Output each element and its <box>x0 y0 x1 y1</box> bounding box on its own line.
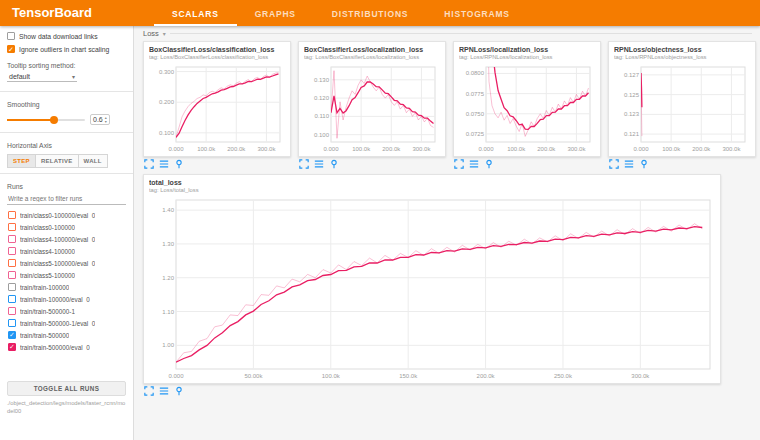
pin-icon[interactable] <box>329 159 339 169</box>
run-checkbox[interactable] <box>8 283 16 291</box>
expand-icon[interactable] <box>299 159 309 169</box>
divider <box>0 132 133 133</box>
run-item[interactable]: ✓ train/train-500000/eval_0 <box>7 341 126 353</box>
svg-text:50.00k: 50.00k <box>244 373 263 379</box>
axis-step-button[interactable]: STEP <box>7 154 36 168</box>
ignore-outliers-checkbox[interactable]: ✓ Ignore outliers in chart scaling <box>7 45 126 53</box>
tab-distributions[interactable]: DISTRIBUTIONS <box>314 0 427 26</box>
pin-icon[interactable] <box>639 159 649 169</box>
pin-icon[interactable] <box>174 386 184 396</box>
svg-text:0.000: 0.000 <box>168 373 184 379</box>
svg-text:0.000: 0.000 <box>478 146 494 152</box>
run-checkbox[interactable] <box>8 259 16 267</box>
pin-icon[interactable] <box>174 159 184 169</box>
svg-text:250.0k: 250.0k <box>554 373 573 379</box>
run-item[interactable]: train/class0-100000/eval_0 <box>7 209 126 221</box>
run-checkbox[interactable]: ✓ <box>8 331 16 339</box>
run-checkbox[interactable] <box>8 295 16 303</box>
chart-canvas[interactable]: 0.1000.1100.1200.1300.000100.0k200.0k300… <box>304 62 440 154</box>
run-item[interactable]: train/class4-100000/eval_0 <box>7 233 126 245</box>
expand-icon[interactable] <box>144 386 154 396</box>
run-checkbox[interactable]: ✓ <box>8 343 16 351</box>
chart-canvas[interactable]: 0.1000.2000.3000.000100.0k200.0k300.0k <box>149 62 285 154</box>
run-checkbox[interactable] <box>8 319 16 327</box>
run-checkbox[interactable] <box>8 223 16 231</box>
spinner-arrows-icon[interactable]: ▴▾ <box>105 116 107 123</box>
axis-relative-button[interactable]: RELATIVE <box>36 154 79 168</box>
loss-section-header[interactable]: Loss ▾ <box>143 29 752 38</box>
expand-icon[interactable] <box>144 159 154 169</box>
svg-text:0.0775: 0.0775 <box>466 91 485 97</box>
chart-block-objectness-loss: RPNLoss/objectness_loss tag: Loss/RPNLos… <box>608 41 756 170</box>
svg-text:300.0k: 300.0k <box>631 373 650 379</box>
chart-block-rpn-localization-loss: RPNLoss/localization_loss tag: Loss/RPNL… <box>453 41 601 170</box>
chart-card: total_loss tag: Loss/total_loss 1.001.10… <box>143 174 721 384</box>
axis-wall-button[interactable]: WALL <box>79 154 108 168</box>
run-item[interactable]: ✓ train/train-500000 <box>7 329 126 341</box>
chart-canvas[interactable]: 1.001.101.201.301.400.00050.00k100.0k150… <box>149 195 715 381</box>
chart-tag: tag: Loss/total_loss <box>149 187 715 193</box>
svg-text:0.000: 0.000 <box>168 146 184 152</box>
chart-toolbar <box>608 157 756 170</box>
run-item[interactable]: train/class5-100000/eval_0 <box>7 257 126 269</box>
svg-text:1.30: 1.30 <box>162 241 174 247</box>
run-checkbox[interactable] <box>8 247 16 255</box>
chart-title: total_loss <box>149 179 715 186</box>
checkbox-icon[interactable] <box>7 32 15 40</box>
checkbox-icon[interactable]: ✓ <box>7 45 15 53</box>
smoothing-value-input[interactable]: 0.6 ▴▾ <box>90 114 110 125</box>
pin-icon[interactable] <box>484 159 494 169</box>
run-item[interactable]: train/train-100000/eval_0 <box>7 293 126 305</box>
run-item[interactable]: train/class5-100000 <box>7 269 126 281</box>
horizontal-axis-label: Horizontal Axis <box>7 142 126 149</box>
show-download-links-checkbox[interactable]: Show data download links <box>7 32 126 40</box>
run-checkbox[interactable] <box>8 307 16 315</box>
svg-text:100.0k: 100.0k <box>507 146 526 152</box>
run-item[interactable]: train/class4-100000 <box>7 245 126 257</box>
tab-scalars[interactable]: SCALARS <box>154 0 237 26</box>
expand-icon[interactable] <box>609 159 619 169</box>
checkbox-label: Show data download links <box>19 33 98 40</box>
slider-thumb[interactable] <box>50 116 58 124</box>
svg-text:200.0k: 200.0k <box>227 146 246 152</box>
run-selector-icon[interactable] <box>314 159 324 169</box>
tooltip-sort-dropdown[interactable]: default ▾ <box>7 72 77 82</box>
expand-icon[interactable] <box>454 159 464 169</box>
run-item[interactable]: train/train-100000 <box>7 281 126 293</box>
run-item[interactable]: train/train-500000-1/eval_0 <box>7 317 126 329</box>
chart-canvas[interactable]: 0.07250.07500.07750.08000.000100.0k200.0… <box>459 62 595 154</box>
divider <box>0 91 133 92</box>
run-label: train/train-100000 <box>20 284 69 291</box>
toggle-all-runs-button[interactable]: TOGGLE ALL RUNS <box>7 381 126 396</box>
run-selector-icon[interactable] <box>469 159 479 169</box>
run-selector-icon[interactable] <box>159 159 169 169</box>
chart-tag: tag: Loss/BoxClassifierLoss/localization… <box>304 54 440 60</box>
scalars-dashboard: Loss ▾ BoxClassifierLoss/classification_… <box>134 26 760 440</box>
run-selector-icon[interactable] <box>159 386 169 396</box>
chart-card: BoxClassifierLoss/localization_loss tag:… <box>298 41 446 157</box>
run-checkbox[interactable] <box>8 211 16 219</box>
tab-graphs[interactable]: GRAPHS <box>237 0 314 26</box>
svg-text:0.300: 0.300 <box>159 69 175 75</box>
chart-card: RPNLoss/localization_loss tag: Loss/RPNL… <box>453 41 601 157</box>
runs-list[interactable]: train/class0-100000/eval_0 train/class0-… <box>7 209 126 377</box>
small-charts-row: BoxClassifierLoss/classification_loss ta… <box>143 41 752 170</box>
run-item[interactable]: train/class0-100000 <box>7 221 126 233</box>
horizontal-axis-buttons: STEP RELATIVE WALL <box>7 154 126 168</box>
run-checkbox[interactable] <box>8 235 16 243</box>
chart-block-total-loss: total_loss tag: Loss/total_loss 1.001.10… <box>143 174 752 397</box>
runs-filter-input[interactable] <box>7 193 126 205</box>
chart-canvas[interactable]: 0.1210.1230.1250.1270.000100.0k200.0k300… <box>614 62 750 154</box>
chart-toolbar <box>298 157 446 170</box>
run-checkbox[interactable] <box>8 271 16 279</box>
smoothing-slider[interactable] <box>7 119 85 121</box>
chart-toolbar <box>453 157 601 170</box>
smoothing-value: 0.6 <box>93 116 103 123</box>
slider-fill <box>7 119 54 121</box>
run-selector-icon[interactable] <box>624 159 634 169</box>
tab-histograms[interactable]: HISTOGRAMS <box>426 0 527 26</box>
svg-text:0.127: 0.127 <box>624 72 640 78</box>
run-item[interactable]: train/train-500000-1 <box>7 305 126 317</box>
svg-text:0.0725: 0.0725 <box>466 131 485 137</box>
svg-text:1.10: 1.10 <box>162 309 174 315</box>
